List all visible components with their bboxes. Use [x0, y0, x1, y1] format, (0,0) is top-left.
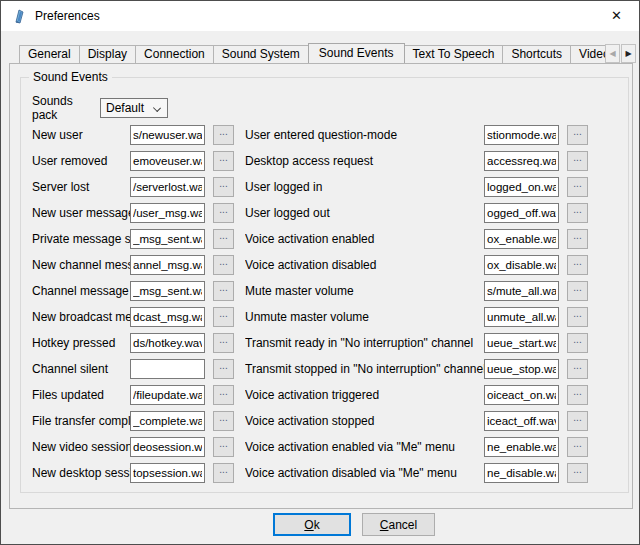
browse-button[interactable]: ... [213, 359, 234, 379]
sound-file-input[interactable] [130, 281, 205, 301]
browse-button[interactable]: ... [567, 307, 588, 327]
sound-event-label: Unmute master volume [245, 310, 484, 324]
sound-file-input[interactable] [130, 177, 205, 197]
sound-file-input[interactable] [484, 385, 559, 405]
browse-button[interactable]: ... [213, 463, 234, 483]
tab-general[interactable]: General [19, 45, 80, 63]
groupbox-title: Sound Events [29, 70, 112, 85]
title-bar: Preferences ✕ [1, 1, 639, 31]
tab-connection[interactable]: Connection [135, 45, 214, 63]
tab-scroll-left-button[interactable]: ◀ [605, 44, 620, 63]
browse-button[interactable]: ... [567, 177, 588, 197]
sound-file-input[interactable] [130, 437, 205, 457]
sound-event-label: Voice activation disabled via "Me" menu [245, 466, 484, 480]
sound-event-row-new-broadcast-message: New broadcast message... [32, 307, 234, 327]
browse-button[interactable]: ... [213, 255, 234, 275]
sound-event-row-mute-master-volume: Mute master volume... [245, 281, 588, 301]
browse-button[interactable]: ... [213, 229, 234, 249]
browse-button[interactable]: ... [213, 307, 234, 327]
browse-button[interactable]: ... [213, 281, 234, 301]
tab-scroll-right-button[interactable]: ▶ [621, 44, 636, 63]
sound-event-label: Transmit stopped in "No interruption" ch… [245, 362, 484, 376]
sound-event-label: Server lost [32, 180, 130, 194]
sound-file-input[interactable] [130, 255, 205, 275]
browse-button[interactable]: ... [567, 151, 588, 171]
sound-event-row-desktop-access-request: Desktop access request... [245, 151, 588, 171]
sounds-pack-label: Sounds pack [32, 94, 100, 122]
browse-button[interactable]: ... [213, 333, 234, 353]
sound-event-row-user-entered-question-mode: User entered question-mode... [245, 125, 588, 145]
browse-button[interactable]: ... [567, 125, 588, 145]
tab-video[interactable]: Video [570, 45, 605, 63]
browse-button[interactable]: ... [567, 255, 588, 275]
tab-bar: GeneralDisplayConnectionSound SystemSoun… [9, 43, 605, 63]
sound-file-input[interactable] [130, 333, 205, 353]
sound-file-input[interactable] [130, 463, 205, 483]
sound-file-input[interactable] [130, 411, 205, 431]
browse-button[interactable]: ... [567, 463, 588, 483]
browse-button[interactable]: ... [213, 177, 234, 197]
sound-file-input[interactable] [484, 411, 559, 431]
tab-sound-system[interactable]: Sound System [213, 45, 309, 63]
sound-event-label: Hotkey pressed [32, 336, 130, 350]
sound-event-label: Channel silent [32, 362, 130, 376]
sound-file-input[interactable] [130, 229, 205, 249]
browse-button[interactable]: ... [567, 229, 588, 249]
browse-button[interactable]: ... [567, 385, 588, 405]
sound-file-input[interactable] [130, 125, 205, 145]
sound-file-input[interactable] [130, 359, 205, 379]
sound-file-input[interactable] [484, 229, 559, 249]
sounds-pack-select[interactable]: Default [100, 98, 168, 118]
browse-button[interactable]: ... [567, 359, 588, 379]
sound-event-row-voice-activation-enabled: Voice activation enabled... [245, 229, 588, 249]
app-icon [11, 8, 27, 24]
sound-file-input[interactable] [484, 203, 559, 223]
ok-button[interactable]: Ok [273, 513, 351, 536]
sound-file-input[interactable] [484, 177, 559, 197]
tab-sound-events[interactable]: Sound Events [308, 43, 405, 63]
tab-content-pane: Sound Events Sounds pack Default New use… [9, 63, 633, 509]
sound-event-label: New video session [32, 440, 130, 454]
browse-button[interactable]: ... [567, 203, 588, 223]
sound-file-input[interactable] [484, 333, 559, 353]
sound-event-row-user-logged-out: User logged out... [245, 203, 588, 223]
sound-file-input[interactable] [130, 307, 205, 327]
window-title: Preferences [35, 9, 100, 23]
browse-button[interactable]: ... [567, 437, 588, 457]
sound-event-label: Mute master volume [245, 284, 484, 298]
tab-text-to-speech[interactable]: Text To Speech [404, 45, 504, 63]
sound-file-input[interactable] [130, 385, 205, 405]
browse-button[interactable]: ... [213, 203, 234, 223]
sound-file-input[interactable] [130, 151, 205, 171]
sound-file-input[interactable] [484, 125, 559, 145]
tab-shortcuts[interactable]: Shortcuts [502, 45, 571, 63]
sound-file-input[interactable] [484, 359, 559, 379]
browse-button[interactable]: ... [567, 411, 588, 431]
sound-event-label: Private message sent [32, 232, 130, 246]
sound-event-row-new-channel-message: New channel message... [32, 255, 234, 275]
tab-display[interactable]: Display [79, 45, 136, 63]
sound-file-input[interactable] [130, 203, 205, 223]
sound-event-label: Voice activation enabled [245, 232, 484, 246]
sound-file-input[interactable] [484, 307, 559, 327]
browse-button[interactable]: ... [567, 333, 588, 353]
close-icon[interactable]: ✕ [594, 1, 639, 30]
sound-file-input[interactable] [484, 437, 559, 457]
sound-file-input[interactable] [484, 463, 559, 483]
sound-event-label: User logged in [245, 180, 484, 194]
browse-button[interactable]: ... [213, 411, 234, 431]
browse-button[interactable]: ... [567, 281, 588, 301]
sound-event-label: Voice activation disabled [245, 258, 484, 272]
browse-button[interactable]: ... [213, 125, 234, 145]
browse-button[interactable]: ... [213, 151, 234, 171]
browse-button[interactable]: ... [213, 437, 234, 457]
sound-event-label: New user [32, 128, 130, 142]
sound-event-label: File transfer complete [32, 414, 130, 428]
sound-file-input[interactable] [484, 151, 559, 171]
sound-event-label: Voice activation enabled via "Me" menu [245, 440, 484, 454]
sound-event-row-transmit-ready-in-no-interruption-channel: Transmit ready in "No interruption" chan… [245, 333, 588, 353]
browse-button[interactable]: ... [213, 385, 234, 405]
sound-file-input[interactable] [484, 281, 559, 301]
sound-file-input[interactable] [484, 255, 559, 275]
cancel-button[interactable]: Cancel [362, 513, 435, 536]
